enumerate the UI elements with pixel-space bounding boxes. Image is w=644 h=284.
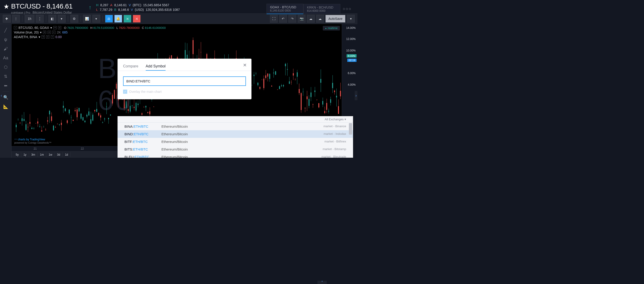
tf-1w[interactable]: 1w (46, 152, 55, 157)
tf-1y[interactable]: 1y (21, 152, 29, 157)
svg-rect-329 (338, 106, 339, 114)
legend-gear-icon[interactable]: ⚙ (58, 26, 61, 29)
svg-rect-49 (63, 106, 64, 108)
short-position-button[interactable]: ⤭ (133, 15, 140, 23)
legend-eye-icon[interactable]: 👁 (42, 35, 45, 38)
legend-close-icon[interactable]: ✕ (51, 35, 54, 38)
ruler-tool[interactable]: 📐 (2, 102, 10, 111)
y-tick: 6.00% (348, 72, 356, 75)
cloud-down-icon: ☁ (309, 17, 312, 20)
interval-menu[interactable]: ⋮ (36, 15, 44, 23)
modal-tab-compare[interactable]: Compare (123, 62, 138, 71)
symbol-pair: BTC/USD (11, 2, 41, 10)
svg-rect-67 (80, 114, 82, 119)
settings-button[interactable]: ⚙ (70, 15, 78, 23)
pitchfork-tool[interactable]: ψ (2, 35, 10, 44)
camera-icon: 📷 (300, 17, 304, 20)
screenshot-button[interactable]: 📷 (298, 15, 306, 23)
legend-gear-icon[interactable]: ⚙ (48, 31, 51, 34)
legend-close-icon[interactable]: ✕ (52, 31, 56, 34)
tf-1d[interactable]: 1d (62, 152, 70, 157)
svg-rect-19 (34, 128, 34, 128)
tf-1m[interactable]: 1m (38, 152, 46, 157)
chart-pane[interactable]: BTCUSD, 60 ≡ BTC/USD, 60, GDAX ▾ 👁 ⚙ O 7… (12, 24, 358, 158)
chevron-down-icon[interactable]: ▾ (50, 26, 52, 30)
y-tick: 4.00% (348, 83, 356, 86)
legend-main-symbol[interactable]: BTC/USD, 60, GDAX (18, 26, 49, 30)
more-tabs-icon[interactable]: ○○○ (343, 6, 352, 11)
pattern-tool[interactable]: ⬡ (2, 63, 10, 72)
symbol-search-input[interactable] (123, 76, 246, 86)
svg-rect-79 (92, 115, 93, 120)
tf-5y[interactable]: 5y (14, 152, 21, 157)
svg-rect-311 (320, 79, 321, 83)
svg-rect-241 (252, 85, 252, 86)
result-description: Ethereum/Bitcoin (162, 132, 324, 136)
brush-tool[interactable]: 🖌 (2, 44, 10, 53)
candle-style-button[interactable]: ◧ (48, 15, 56, 23)
legend-eye-icon[interactable]: 👁 (43, 31, 46, 34)
cloud-upload-button[interactable]: ☁ (316, 15, 324, 23)
long-position-button[interactable]: ⤭ (124, 15, 132, 23)
shuffle-icon: ⤭ (135, 17, 138, 20)
checkbox-checked-icon[interactable]: ✓ (123, 90, 127, 94)
symbol-result-row[interactable]: BLEU:ETH/BTCEthereum/Bitcoinmarket - Ble… (118, 153, 353, 158)
trend-line-tool[interactable]: ╱ (2, 26, 10, 35)
candle-style-dropdown[interactable]: ▾ (58, 15, 66, 23)
svg-rect-279 (289, 82, 290, 84)
svg-rect-181 (192, 40, 194, 54)
tab-krkn-bchusd[interactable]: KRKN - BCH/USD 814.6000 0000 (304, 4, 340, 14)
legend-low: 7820.78000000 (119, 26, 140, 30)
chevron-down-icon[interactable]: ▾ (40, 30, 42, 34)
symbol-full-name: Bitcoin/United States Dollar (32, 10, 72, 14)
symbol-result-row[interactable]: BITS:ETH/BTCEthereum/Bitcoinmarket - Bit… (118, 146, 353, 153)
crosshair-button[interactable]: ✚ (3, 15, 10, 23)
fullscreen-button[interactable]: ⛶ (270, 15, 278, 23)
tf-3m[interactable]: 3m (29, 152, 38, 157)
legend-eye-icon[interactable]: 👁 (53, 26, 56, 29)
svg-rect-37 (51, 116, 52, 121)
autosave-dropdown[interactable]: ▾ (347, 15, 355, 23)
long-short-tool[interactable]: ⇅ (2, 72, 10, 81)
compare-button[interactable]: ⚖ (105, 15, 113, 23)
scrollbar-thumb[interactable] (349, 123, 352, 134)
redo-button[interactable]: ↷ (288, 15, 296, 23)
overlay-checkbox-row[interactable]: ✓ Overlay the main chart (123, 90, 246, 94)
autosave-button[interactable]: AutoSave (325, 15, 346, 23)
legend-overlay[interactable]: ADA/ETH, BINA (14, 35, 37, 39)
tf-3d[interactable]: 3d (55, 152, 62, 157)
back-arrow-icon[interactable]: ⬅ (2, 81, 10, 90)
favorite-star-icon[interactable]: ★ (4, 3, 9, 10)
alert-button[interactable]: 🔔 (114, 15, 122, 23)
expand-right-icon[interactable]: › (355, 91, 358, 100)
expand-left-icon[interactable]: ‹ (0, 91, 3, 100)
dropdown-filter[interactable]: All Exchanges ▾ (118, 116, 353, 122)
chevron-down-icon[interactable]: ▾ (38, 35, 40, 39)
symbol-result-row[interactable]: BIND:ETH/BTCEthereum/Bitcoinmarket - Ind… (118, 130, 353, 138)
interval-button[interactable]: 1h (25, 15, 34, 23)
symbol-result-row[interactable]: BINA:ETH/BTCEthereum/Bitcoinmarket - Bin… (118, 122, 353, 130)
chart-bars-icon: 📊 (85, 17, 89, 20)
svg-rect-267 (277, 90, 278, 90)
text-tool[interactable]: Aa (2, 54, 10, 62)
modal-tab-add-symbol[interactable]: Add Symbol (146, 62, 166, 71)
cloud-download-button[interactable]: ☁ (307, 15, 315, 23)
y-current-badge: 9.15% (346, 54, 356, 58)
x-tick: 21 (12, 146, 59, 151)
symbol-result-row[interactable]: BITF:ETH/BTCEthereum/Bitcoinmarket - Bit… (118, 138, 353, 146)
stat-ask: 8,146.61 (114, 3, 127, 7)
bell-icon: 🔔 (116, 17, 120, 20)
modal-close-button[interactable]: ✕ (243, 62, 247, 68)
indicators-button[interactable]: 📊 (83, 15, 91, 23)
crosshair-dropdown[interactable]: ⋮ (12, 15, 20, 23)
shuffle-icon: ⤭ (126, 17, 129, 20)
indicators-dropdown[interactable]: ▾ (92, 15, 100, 23)
tab-gdax-btcusd[interactable]: GDAX - BTC/USD 8,146.6100 0000 (266, 4, 304, 14)
legend-volume[interactable]: Volume (true, 20) (14, 30, 38, 34)
eye-icon[interactable]: ≡ (14, 26, 17, 29)
legend-gear-icon[interactable]: ⚙ (46, 35, 50, 38)
undo-button[interactable]: ↶ (279, 15, 287, 23)
svg-rect-295 (304, 108, 306, 108)
svg-rect-59 (73, 120, 74, 121)
svg-rect-117 (130, 106, 131, 112)
